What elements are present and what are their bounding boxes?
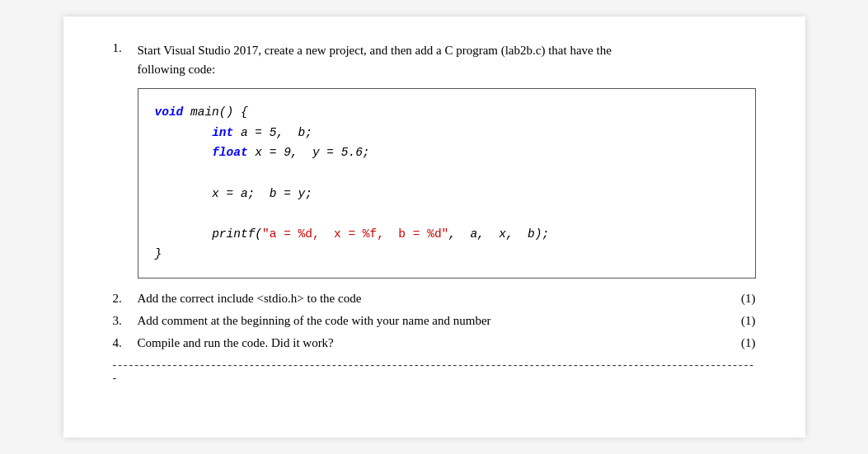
task-number-4: 4. [113, 336, 138, 350]
list-number-1: 1. [113, 41, 138, 278]
task-mark-2: (1) [741, 292, 756, 306]
code-main: main() { [183, 105, 247, 119]
code-int-rest: a = 5, b; [233, 126, 312, 139]
code-line-blank2 [155, 204, 739, 224]
intro-line2: following code: [138, 63, 216, 76]
task-number-2: 2. [113, 292, 138, 306]
task-row-2: 2. Add the correct include <stdio.h> to … [113, 292, 756, 306]
code-line-blank1 [155, 163, 739, 184]
task-text-2: Add the correct include <stdio.h> to the… [138, 292, 362, 306]
task-number-3: 3. [113, 314, 138, 328]
divider-line: ----------------------------------------… [113, 358, 756, 385]
intro-line1: Start Visual Studio 2017, create a new p… [138, 44, 612, 57]
code-line-1: void main() { [155, 102, 739, 123]
list-content-1: Start Visual Studio 2017, create a new p… [138, 41, 756, 278]
code-line-close: } [155, 244, 739, 264]
code-brace: } [155, 247, 162, 260]
task-row-3-left: 3. Add comment at the beginning of the c… [113, 314, 491, 328]
code-assign: x = a; b = y; [155, 187, 312, 200]
printf-str: "a = %d, x = %f, b = %d" [262, 227, 448, 241]
code-line-5: x = a; b = y; [155, 184, 739, 204]
kw-float: float [212, 146, 248, 159]
code-line-3: float x = 9, y = 5.6; [155, 143, 739, 163]
code-line-2: int a = 5, b; [155, 123, 739, 143]
task-row-3: 3. Add comment at the beginning of the c… [113, 314, 756, 328]
task-text-4: Compile and run the code. Did it work? [138, 336, 334, 350]
task-mark-4: (1) [741, 336, 756, 350]
printf-args: , a, x, b); [448, 227, 549, 241]
kw-int: int [212, 126, 233, 139]
task-row-4-left: 4. Compile and run the code. Did it work… [113, 336, 334, 350]
code-line-printf: printf("a = %d, x = %f, b = %d", a, x, b… [155, 224, 739, 245]
printf-fn: printf( [212, 227, 262, 241]
code-box: void main() { int a = 5, b; float x = 9,… [138, 88, 756, 278]
kw-void: void [155, 105, 184, 119]
page-container: 1. Start Visual Studio 2017, create a ne… [63, 16, 805, 438]
task-mark-3: (1) [741, 314, 756, 328]
list-item-1: 1. Start Visual Studio 2017, create a ne… [113, 41, 756, 278]
task-text-3: Add comment at the beginning of the code… [138, 314, 491, 328]
intro-text-1: Start Visual Studio 2017, create a new p… [138, 41, 756, 78]
task-row-2-left: 2. Add the correct include <stdio.h> to … [113, 292, 362, 306]
code-float-rest: x = 9, y = 5.6; [248, 146, 370, 159]
task-row-4: 4. Compile and run the code. Did it work… [113, 336, 756, 350]
